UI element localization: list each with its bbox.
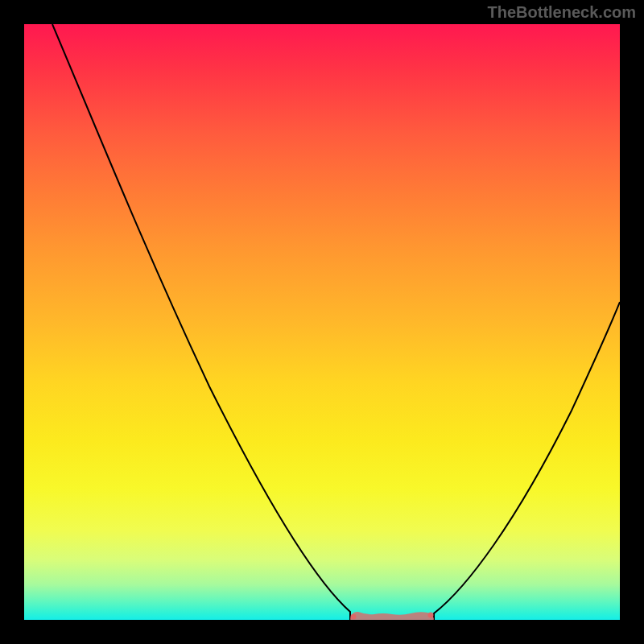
curve-path bbox=[52, 24, 620, 620]
optimal-range-fill bbox=[350, 612, 434, 620]
optimal-range-marker bbox=[350, 609, 434, 620]
optimal-range-left-dot bbox=[351, 614, 357, 620]
optimal-range-right-dot bbox=[428, 613, 434, 618]
chart-plot-area bbox=[24, 24, 620, 620]
watermark-label: TheBottleneck.com bbox=[488, 3, 636, 22]
bottleneck-curve bbox=[24, 24, 620, 620]
